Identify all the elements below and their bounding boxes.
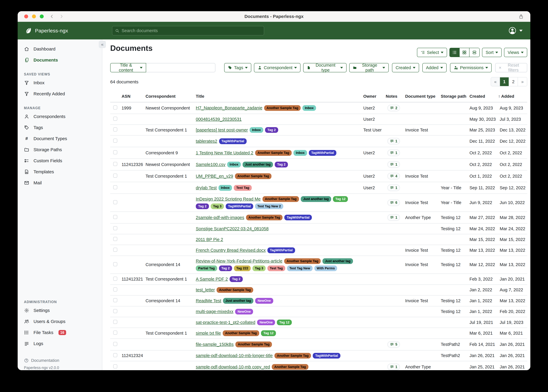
select-button[interactable]: Select xyxy=(417,48,447,57)
tags-filter-button[interactable]: Tags xyxy=(224,63,251,72)
tag-pill[interactable]: Another Sample Tag xyxy=(235,342,272,347)
column-header-document-type[interactable]: Document type xyxy=(403,91,439,102)
document-link[interactable]: test_letter xyxy=(196,287,215,292)
document-link[interactable]: 0004814539_20230531 xyxy=(196,117,242,122)
row-checkbox[interactable] xyxy=(113,215,117,219)
tag-pill[interactable]: Just another tag xyxy=(223,298,253,304)
brand[interactable]: Paperless-ngx xyxy=(25,27,68,34)
minimize-window-button[interactable] xyxy=(32,14,36,18)
tag-pill[interactable]: Tag 2 xyxy=(196,203,209,209)
row-checkbox[interactable] xyxy=(113,139,117,143)
sidebar-item-mail[interactable]: Mail xyxy=(18,177,102,188)
correspondent-filter-button[interactable]: Correspondent xyxy=(254,63,301,72)
row-checkbox[interactable] xyxy=(113,353,117,357)
tag-pill[interactable]: Tag 2 xyxy=(265,127,278,133)
tag-pill[interactable]: TagWithPartial xyxy=(226,203,253,209)
row-checkbox[interactable] xyxy=(113,277,117,281)
tag-pill[interactable]: TagWithPartial xyxy=(313,353,340,358)
pagination-next[interactable]: » xyxy=(518,77,527,86)
document-type-filter-button[interactable]: Document type xyxy=(303,63,347,72)
grid-view-button[interactable] xyxy=(460,48,469,57)
notes-pill[interactable]: 6 xyxy=(387,199,400,206)
close-window-button[interactable] xyxy=(24,14,28,18)
sidebar-item-dashboard[interactable]: Dashboard xyxy=(18,43,102,55)
row-checkbox[interactable] xyxy=(113,162,117,166)
notes-pill[interactable]: 4 xyxy=(387,173,400,179)
sidebar-item-recently-added[interactable]: Recently Added xyxy=(18,88,102,99)
tag-pill[interactable]: NewOne xyxy=(257,320,275,325)
row-checkbox[interactable] xyxy=(113,364,117,368)
tag-pill[interactable]: Another Sample Tag xyxy=(262,196,299,202)
document-link[interactable]: UM_PPBE_en_v29 xyxy=(196,174,233,179)
notes-pill[interactable]: 1 xyxy=(387,138,400,144)
detail-view-button[interactable] xyxy=(469,48,479,57)
column-header-created[interactable]: Created xyxy=(468,91,498,102)
sidebar-item-templates[interactable]: Templates xyxy=(18,166,102,177)
row-checkbox[interactable] xyxy=(113,127,117,132)
document-link[interactable]: file-sample_150kBs xyxy=(196,342,234,347)
column-header-asn[interactable]: ASN xyxy=(120,91,144,102)
tag-pill[interactable]: Inbox xyxy=(293,150,307,156)
document-link[interactable]: [paperless] test post-owner xyxy=(196,128,248,133)
tag-pill[interactable]: Test Tag xyxy=(234,185,252,191)
sidebar-item-storage-paths[interactable]: Storage Paths xyxy=(18,144,102,155)
tag-pill[interactable]: Test Tag New 2 xyxy=(255,203,283,209)
tag-pill[interactable]: Another Sample Tag xyxy=(255,150,292,156)
storage-path-filter-button[interactable]: Storage path xyxy=(349,63,389,72)
tag-pill[interactable]: TagWithPartial xyxy=(267,247,295,253)
tag-pill[interactable]: Tag 3 xyxy=(252,266,266,271)
tag-pill[interactable]: Another Sample Tag xyxy=(246,215,282,220)
notes-pill[interactable]: 1 xyxy=(387,161,400,168)
row-checkbox[interactable] xyxy=(113,185,117,189)
notes-pill[interactable]: 1 xyxy=(387,184,400,191)
sort-button[interactable]: Sort xyxy=(482,48,502,57)
notes-pill[interactable]: 5 xyxy=(387,341,400,348)
document-link[interactable]: French Country Bread Revised.docx xyxy=(196,248,266,253)
document-link[interactable]: simple txt file xyxy=(196,331,221,336)
row-checkbox[interactable] xyxy=(113,226,117,230)
row-checkbox[interactable] xyxy=(113,298,117,302)
notes-pill[interactable]: 1 xyxy=(387,214,400,221)
tag-pill[interactable]: Another Sample Tag xyxy=(272,364,308,370)
views-button[interactable]: Views xyxy=(504,48,527,57)
search-input[interactable]: Search documents xyxy=(112,26,264,35)
share-icon[interactable] xyxy=(518,14,524,19)
reset-filters-button[interactable]: × Reset filters xyxy=(495,63,527,72)
tag-pill[interactable]: Inbox xyxy=(250,127,263,133)
sidebar-item-inbox[interactable]: Inbox xyxy=(18,77,102,88)
row-checkbox[interactable] xyxy=(113,150,117,154)
tag-pill[interactable]: Inbox xyxy=(227,162,241,167)
document-link[interactable]: tablerates2 xyxy=(196,139,217,144)
pagination-prev[interactable]: « xyxy=(491,77,500,86)
created-filter-button[interactable]: Created xyxy=(392,63,419,72)
tag-pill[interactable]: Another Sample Tag xyxy=(264,105,301,111)
sidebar-item-users-groups[interactable]: Users & Groups xyxy=(18,316,102,327)
tag-pill[interactable]: Tag 222 xyxy=(234,266,251,271)
document-link[interactable]: H7_Napoleon_Bonaparte_zadanie xyxy=(196,105,262,110)
sidebar-item-correspondents[interactable]: Correspondents xyxy=(18,111,102,122)
filter-text-input[interactable] xyxy=(146,63,215,72)
forward-icon[interactable] xyxy=(59,14,64,19)
column-header-added[interactable]: ↑Added xyxy=(498,91,527,102)
tag-pill[interactable]: Another Sample Tag xyxy=(235,173,271,179)
column-header-correspondent[interactable]: Correspondent xyxy=(144,91,194,102)
tag-pill[interactable]: Inbox xyxy=(303,105,316,111)
tag-pill[interactable]: Tag 12 xyxy=(277,320,292,325)
notes-pill[interactable]: 1 xyxy=(387,364,400,370)
row-checkbox[interactable] xyxy=(113,320,117,324)
title-content-dropdown[interactable]: Title & content xyxy=(110,63,146,72)
document-link[interactable]: Sample100.csv xyxy=(196,162,225,167)
back-icon[interactable] xyxy=(50,14,54,19)
tag-pill[interactable]: Another Sample Tag xyxy=(216,287,253,293)
tag-pill[interactable]: Inbox xyxy=(218,185,232,191)
tag-pill[interactable]: NewOne xyxy=(235,309,253,315)
row-checkbox[interactable] xyxy=(113,331,117,335)
document-link[interactable]: 2sample-pdf-with-images xyxy=(196,215,244,220)
user-menu[interactable] xyxy=(508,27,523,35)
pagination-page-1[interactable]: 1 xyxy=(500,77,509,86)
document-link[interactable]: A Sample PDF 2 xyxy=(196,277,228,282)
notes-pill[interactable]: 1 xyxy=(387,150,400,156)
row-checkbox[interactable] xyxy=(113,309,117,313)
sidebar-item-custom-fields[interactable]: Custom Fields xyxy=(18,155,102,166)
row-checkbox[interactable] xyxy=(113,105,117,110)
